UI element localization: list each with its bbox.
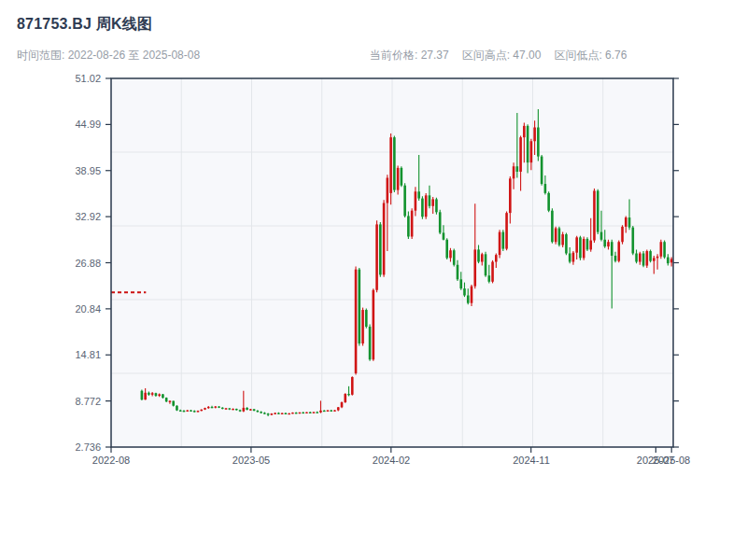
candle [579, 236, 582, 260]
candle [561, 232, 564, 247]
candle [617, 241, 620, 263]
candle [341, 401, 344, 408]
candle [375, 220, 378, 292]
candle [351, 376, 354, 395]
candle [663, 241, 666, 259]
x-tick-label: 2022-08 [92, 455, 130, 466]
x-axis-labels: 2022-08 2023-05 2024-02 2024-11 2025-07 … [92, 455, 690, 466]
candle [176, 405, 178, 411]
candle [393, 136, 396, 193]
y-axis-labels: 51.02 44.99 38.95 32.92 26.88 20.84 14.8… [75, 73, 101, 453]
candle [621, 225, 624, 244]
candle [631, 226, 634, 255]
candle [299, 413, 302, 413]
y-tick-label: 26.88 [75, 258, 101, 269]
candle [439, 210, 442, 234]
x-tick-label: 2025-08 [653, 455, 690, 466]
candle [499, 230, 501, 258]
candle [379, 222, 382, 277]
candle [358, 268, 360, 345]
candle [369, 325, 372, 361]
candle [485, 252, 487, 277]
candle [558, 227, 561, 246]
candle [646, 249, 649, 268]
x-tick-label: 2024-02 [373, 455, 410, 466]
candle [383, 200, 386, 277]
candle [305, 412, 308, 413]
candle [172, 400, 175, 406]
candle [471, 285, 473, 306]
candle [555, 227, 557, 245]
candle [453, 249, 456, 267]
y-tick-label: 20.84 [75, 303, 101, 315]
candle [435, 198, 438, 215]
candle [344, 393, 346, 403]
y-tick-label: 44.99 [75, 119, 101, 130]
candle [411, 208, 414, 239]
kline-chart-page: 871753.BJ 周K线图 时间范围: 2022-08-26 至 2025-0… [0, 0, 747, 560]
y-tick-label: 38.95 [75, 165, 101, 176]
candle [425, 193, 428, 219]
candle [586, 237, 589, 251]
candle [583, 237, 585, 260]
x-tick-label: 2023-05 [233, 455, 270, 466]
candle [373, 288, 375, 361]
candle [491, 260, 494, 284]
candle [401, 166, 403, 187]
candle [597, 189, 599, 234]
candle [541, 155, 543, 186]
candle [649, 249, 652, 262]
candle [565, 232, 568, 255]
candle [660, 240, 663, 259]
kline-chart: 51.02 44.99 38.95 32.92 26.88 20.84 14.8… [0, 0, 747, 560]
candle [361, 308, 364, 346]
candle [642, 251, 645, 267]
candle [445, 238, 448, 259]
candle [421, 196, 424, 219]
candle [593, 189, 596, 243]
candle [547, 191, 550, 212]
candle [502, 230, 505, 251]
y-tick-label: 14.81 [75, 349, 101, 360]
candle [551, 208, 554, 244]
candle [365, 308, 368, 328]
candle [403, 183, 406, 217]
y-tick-label: 2.736 [75, 441, 101, 453]
y-tick-label: 32.92 [75, 211, 101, 222]
candle [505, 212, 508, 251]
candle [355, 266, 358, 374]
candle [141, 390, 144, 400]
x-tick-label: 2024-11 [513, 455, 550, 466]
y-tick-label: 51.02 [75, 73, 101, 84]
y-tick-label: 8.772 [75, 396, 101, 407]
